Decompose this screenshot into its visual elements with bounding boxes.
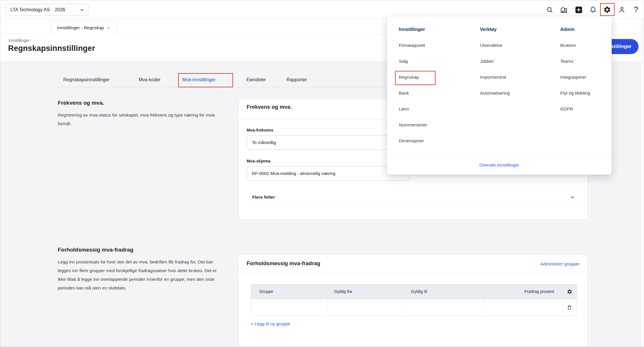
company-year: 2026 [55, 7, 65, 12]
card-heading-fradrag: Forholdsmessig mva-fradrag [247, 260, 320, 267]
mva-frekvens-input[interactable]: To månedlig [247, 135, 410, 150]
cell-gruppe[interactable] [251, 299, 328, 315]
section-heading-fradrag: Forholdsmessig mva-fradrag [58, 247, 133, 253]
section-heading-frekvens: Frekvens og mva. [58, 100, 104, 106]
settings-icon[interactable] [603, 6, 611, 14]
settings-overview-link[interactable]: Oversikt innstillinger [479, 163, 520, 167]
menu-item-flyt-og-tildeling[interactable]: Flyt og tildeling [560, 91, 590, 96]
menu-column-heading-verktoy: Verktøy [480, 27, 497, 32]
profile-icon[interactable] [618, 6, 626, 14]
more-fields-divider [250, 204, 580, 205]
mva-frekvens-label: Mva-frekvens [247, 128, 273, 132]
create-new-icon[interactable] [575, 6, 582, 14]
menu-item-gdpr[interactable]: GDPR [560, 106, 573, 112]
menu-footer-divider [387, 155, 612, 156]
tab-mva-innstillinger[interactable]: Mva-innstillinger [182, 77, 216, 82]
menu-item-nummerserier[interactable]: Nummerserier [399, 122, 427, 128]
section-divider [57, 232, 588, 232]
table-settings-icon[interactable] [562, 284, 577, 299]
menu-item-regnskap[interactable]: Regnskap [399, 75, 419, 80]
card2-header-divider [239, 274, 587, 274]
companies-icon[interactable] [560, 6, 568, 14]
app-window: LTA Technology AS 2026 ? Nylig besøkt: [0, 0, 644, 347]
page-title: Regnskapsinnstillinger [8, 44, 95, 53]
more-fields-toggle[interactable]: Flere felter [252, 195, 275, 200]
menu-column-heading-innstillinger: Innstillinger [399, 27, 425, 32]
menu-column-heading-admin: Admin [560, 27, 575, 32]
add-group-link[interactable]: + Legg til ny gruppe [251, 321, 290, 326]
notifications-icon[interactable] [589, 6, 597, 14]
tab-regnskapsinnstillinger[interactable]: Regnskapsinnstillinger [63, 77, 109, 82]
column-header-fradrag-prosent: Fradrag prosent [484, 284, 563, 299]
table-header-row: Gruppe Gyldig fra Gyldig til Fradrag pro… [251, 284, 577, 299]
help-icon[interactable]: ? [632, 6, 640, 14]
menu-item-jobber[interactable]: Jobber [480, 59, 494, 64]
column-header-gruppe: Gruppe [251, 284, 328, 299]
menu-item-brukere[interactable]: Brukere [560, 43, 576, 48]
company-name: LTA Technology AS [10, 7, 50, 12]
mva-skjema-label: Mva-skjema [247, 159, 270, 163]
scrollbar[interactable] [641, 19, 644, 347]
cell-gyldig-fra[interactable] [328, 299, 406, 315]
column-header-gyldig-til: Gyldig til [406, 284, 484, 299]
company-selector[interactable]: LTA Technology AS 2026 [5, 4, 89, 16]
menu-item-integrasjoner[interactable]: Integrasjoner [560, 75, 586, 80]
menu-item-bank[interactable]: Bank [399, 91, 409, 96]
menu-item-lonn[interactable]: Lønn [399, 106, 409, 112]
menu-item-importsentral[interactable]: Importsentral [480, 75, 506, 80]
section-description-fradrag: Legg inn prosentsats for hvor stor del a… [58, 258, 219, 292]
chevron-down-icon[interactable] [570, 195, 575, 200]
menu-item-firmaoppsett[interactable]: Firmaoppsett [399, 43, 425, 48]
manage-groups-link[interactable]: Administrer grupper [527, 261, 580, 267]
recent-tab-title: Innstillinger - Regnskap [57, 25, 104, 30]
table-row [251, 299, 577, 315]
search-icon[interactable] [546, 6, 553, 14]
menu-item-utsendelse[interactable]: Utsendelse [480, 43, 502, 48]
card-heading-frekvens: Frekvens og mva. [247, 104, 292, 110]
fradrag-table: Gruppe Gyldig fra Gyldig til Fradrag pro… [251, 284, 577, 316]
mva-skjema-value: RF-0002 Mva-melding - alminnelig næring [252, 171, 335, 176]
recent-tab-innstillinger-regnskap[interactable]: Innstillinger - Regnskap × [51, 21, 117, 34]
cell-fradrag-prosent[interactable] [484, 299, 563, 315]
menu-item-teams[interactable]: Teams [560, 59, 574, 64]
menu-item-dimensjoner[interactable]: Dimensjoner [399, 138, 424, 143]
chevron-down-icon [80, 8, 84, 12]
close-icon[interactable]: × [107, 25, 110, 31]
menu-item-salg[interactable]: Salg [399, 59, 408, 64]
mva-frekvens-value: To månedlig [252, 140, 276, 145]
tab-mva-koder[interactable]: Mva-koder [139, 77, 161, 82]
breadcrumb: Innstillinger [8, 38, 29, 43]
menu-item-automatisering[interactable]: Automatisering [480, 91, 510, 96]
tab-eiendeler[interactable]: Eiendeler [246, 77, 266, 82]
delete-row-icon[interactable] [562, 299, 577, 315]
cell-gyldig-til[interactable] [406, 299, 484, 315]
column-header-gyldig-fra: Gyldig fra [328, 284, 406, 299]
tab-rapporter[interactable]: Rapporter [286, 77, 307, 82]
section-description-frekvens: Registrering av mva-status for selskapet… [58, 111, 219, 128]
mva-skjema-select[interactable]: RF-0002 Mva-melding - alminnelig næring [247, 166, 410, 181]
